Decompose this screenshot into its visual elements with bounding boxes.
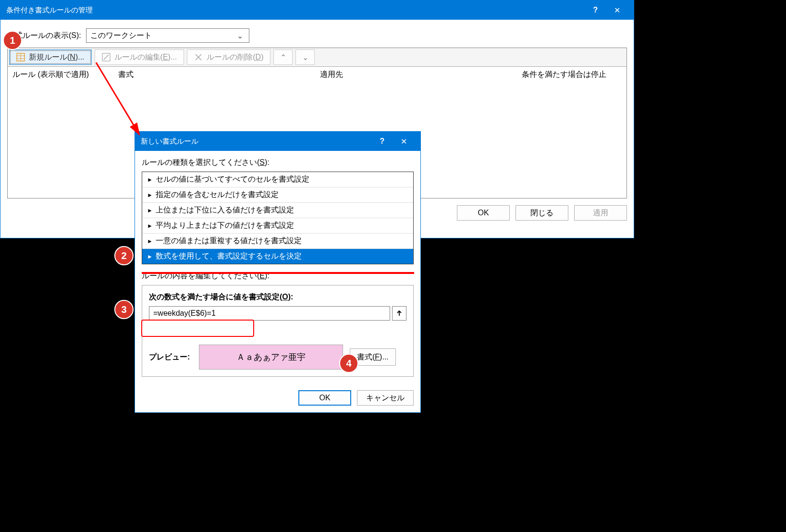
bullet-icon: ► xyxy=(147,223,153,229)
dropdown-value: このワークシート xyxy=(90,31,152,41)
rule-type-item[interactable]: ►一意の値または重複する値だけを書式設定 xyxy=(142,234,413,249)
rule-type-item-selected[interactable]: ►数式を使用して、書式設定するセルを決定 xyxy=(142,249,413,264)
annotation-underline xyxy=(142,272,414,274)
sub-close-button[interactable]: ✕ xyxy=(393,132,415,151)
col-applies: 適用先 xyxy=(320,70,522,80)
annotation-badge-2: 2 xyxy=(114,246,134,265)
new-rule-icon xyxy=(16,53,25,62)
range-selector-button[interactable] xyxy=(392,306,406,321)
preview-box: Ａａあぁアァ亜宇 xyxy=(199,345,343,370)
formula-input[interactable] xyxy=(149,306,390,321)
chevron-down-icon: ⌄ xyxy=(235,31,245,40)
rule-type-item[interactable]: ►指定の値を含むセルだけを書式設定 xyxy=(142,187,413,203)
col-format: 書式 xyxy=(118,70,320,80)
close-button[interactable]: ✕ xyxy=(606,0,628,20)
sub-ok-button[interactable]: OK xyxy=(298,390,351,406)
annotation-badge-4: 4 xyxy=(339,354,358,373)
show-rules-row: 書式ルールの表示(S): このワークシート ⌄ xyxy=(0,20,634,48)
annotation-badge-1: 1 xyxy=(3,31,22,50)
preview-row: プレビュー: Ａａあぁアァ亜宇 書式(F)... xyxy=(149,345,406,370)
main-title: 条件付き書式ルールの管理 xyxy=(6,6,585,15)
formula-label: 次の数式を満たす場合に値を書式設定(O): xyxy=(149,292,406,302)
collapse-icon xyxy=(396,310,403,317)
col-stop: 条件を満たす場合は停止 xyxy=(522,70,622,80)
sub-cancel-button[interactable]: キャンセル xyxy=(357,390,414,406)
new-rule-button[interactable]: 新規ルール(N)... xyxy=(9,49,92,65)
formula-row xyxy=(149,306,406,321)
scope-dropdown[interactable]: このワークシート ⌄ xyxy=(86,28,249,43)
bullet-icon: ► xyxy=(147,238,153,245)
edit-box: 次の数式を満たす場合に値を書式設定(O): プレビュー: Ａａあぁアァ亜宇 書式… xyxy=(142,285,414,377)
preview-label: プレビュー: xyxy=(149,352,192,362)
rule-type-item[interactable]: ►平均より上または下の値だけを書式設定 xyxy=(142,218,413,234)
bullet-icon: ► xyxy=(147,253,153,260)
column-headers: ルール (表示順で適用) 書式 適用先 条件を満たす場合は停止 xyxy=(8,67,626,83)
main-titlebar: 条件付き書式ルールの管理 ? ✕ xyxy=(0,0,634,20)
col-rule: ルール (表示順で適用) xyxy=(12,70,118,80)
close-button-bottom[interactable]: 閉じる xyxy=(516,205,568,221)
delete-rule-button[interactable]: ルールの削除(D) xyxy=(187,49,270,65)
apply-button[interactable]: 適用 xyxy=(574,205,627,221)
ok-button[interactable]: OK xyxy=(457,205,510,221)
rule-type-item[interactable]: ►上位または下位に入る値だけを書式設定 xyxy=(142,203,413,218)
sub-help-button[interactable]: ? xyxy=(371,132,393,151)
edit-rule-button[interactable]: ルールの編集(E)... xyxy=(95,49,184,65)
move-down-button[interactable]: ⌄ xyxy=(295,49,315,65)
sub-title: 新しい書式ルール xyxy=(141,137,371,146)
help-button[interactable]: ? xyxy=(585,0,606,20)
sub-button-bar: OK キャンセル xyxy=(135,384,420,412)
bullet-icon: ► xyxy=(147,192,153,198)
rule-type-list[interactable]: ►セルの値に基づいてすべてのセルを書式設定 ►指定の値を含むセルだけを書式設定 … xyxy=(142,172,414,264)
edit-content-label: ルールの内容を編集してください(E): xyxy=(135,264,420,285)
bullet-icon: ► xyxy=(147,207,153,214)
annotation-badge-3: 3 xyxy=(114,300,134,319)
select-type-label: ルールの種類を選択してください(S): xyxy=(135,151,420,172)
delete-rule-icon xyxy=(194,53,203,62)
sub-titlebar: 新しい書式ルール ? ✕ xyxy=(135,132,420,151)
edit-rule-icon xyxy=(102,53,111,62)
move-up-button[interactable]: ⌃ xyxy=(273,49,293,65)
new-rule-dialog: 新しい書式ルール ? ✕ ルールの種類を選択してください(S): ►セルの値に基… xyxy=(135,131,421,413)
rule-type-item[interactable]: ►セルの値に基づいてすべてのセルを書式設定 xyxy=(142,172,413,187)
toolbar: 新規ルール(N)... ルールの編集(E)... ルールの削除(D) ⌃ ⌄ xyxy=(8,48,626,67)
bullet-icon: ► xyxy=(147,176,153,183)
